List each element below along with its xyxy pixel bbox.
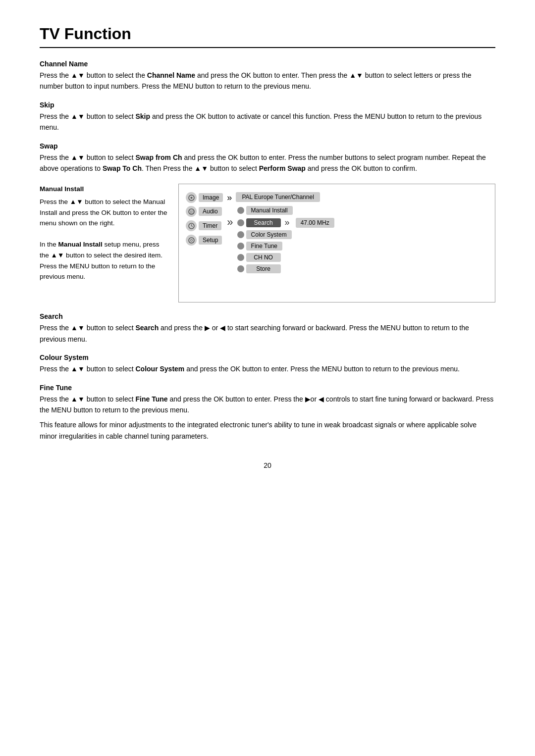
radio-ch-no (237, 254, 244, 261)
manual-install-section: Manual Install Press the ▲▼ button to se… (40, 184, 495, 302)
skip-title: Skip (40, 101, 495, 109)
menu-diagram: Image » PAL Europe Tuner/Channel )))) Au… (178, 184, 495, 302)
colour-system-title: Colour System (40, 353, 495, 361)
color-system-sublabel: Color System (246, 230, 292, 239)
radio-fine-tune (237, 243, 244, 250)
fine-tune-body2: This feature allows for minor adjustment… (40, 419, 495, 442)
search-body: Press the ▲▼ button to select Search and… (40, 322, 495, 345)
timer-icon (186, 220, 197, 231)
section-skip: Skip Press the ▲▼ button to select Skip … (40, 101, 495, 133)
page-title: TV Function (40, 25, 495, 48)
fine-tune-sublabel: Fine Tune (246, 242, 282, 251)
skip-body: Press the ▲▼ button to select Skip and p… (40, 111, 495, 133)
search-item: Search » 47.00 MHz (237, 217, 334, 228)
pal-europe-label: PAL Europe Tuner/Channel (236, 192, 320, 202)
manual-install-body2: In the Manual Install setup menu, press … (40, 239, 168, 282)
setup-label: Setup (199, 236, 222, 245)
search-sublabel: Search (246, 218, 281, 227)
svg-point-1 (190, 197, 192, 199)
audio-label: Audio (199, 207, 222, 216)
svg-point-8 (190, 239, 192, 241)
manual-install-item: Manual Install (237, 206, 334, 215)
ch-no-item: CH NO (237, 253, 334, 262)
setup-icon (186, 235, 197, 246)
manual-install-title: Manual Install (40, 184, 168, 195)
arrow1: » (227, 193, 232, 203)
audio-item: )))) Audio (186, 206, 222, 217)
channel-name-title: Channel Name (40, 60, 495, 68)
svg-text:)))): )))) (190, 210, 194, 214)
image-label: Image (199, 193, 223, 202)
swap-title: Swap (40, 142, 495, 150)
radio-manual-install (237, 207, 244, 214)
double-arrow-2: » (227, 216, 233, 229)
colour-system-body: Press the ▲▼ button to select Colour Sys… (40, 363, 495, 374)
svg-point-7 (189, 238, 194, 243)
radio-color-system (237, 231, 244, 238)
setup-item: Setup (186, 235, 222, 246)
manual-install-body1: Press the ▲▼ button to select the Manual… (40, 197, 168, 229)
radio-store (237, 265, 244, 272)
timer-label: Timer (199, 221, 221, 230)
section-fine-tune: Fine Tune Press the ▲▼ button to select … (40, 384, 495, 442)
freq-label: 47.00 MHz (296, 218, 334, 228)
manual-install-text: Manual Install Press the ▲▼ button to se… (40, 184, 168, 302)
svg-line-6 (191, 226, 193, 226)
search-title: Search (40, 312, 495, 320)
image-icon (186, 192, 197, 203)
fine-tune-item: Fine Tune (237, 242, 334, 251)
radio-search (237, 219, 244, 226)
audio-icon: )))) (186, 206, 197, 217)
section-colour-system: Colour System Press the ▲▼ button to sel… (40, 353, 495, 374)
store-item: Store (237, 264, 334, 273)
ch-no-sublabel: CH NO (246, 253, 281, 262)
channel-name-body: Press the ▲▼ button to select the Channe… (40, 70, 495, 92)
store-sublabel: Store (246, 264, 281, 273)
section-swap: Swap Press the ▲▼ button to select Swap … (40, 142, 495, 174)
color-system-item: Color System (237, 230, 334, 239)
sub-menu-col: Manual Install Search » 47.00 MHz Color … (237, 206, 334, 273)
fine-tune-title: Fine Tune (40, 384, 495, 392)
page-number: 20 (40, 461, 495, 469)
fine-tune-body1: Press the ▲▼ button to select Fine Tune … (40, 394, 495, 416)
timer-item: Timer (186, 220, 222, 231)
arrow-search: » (285, 217, 290, 228)
manual-install-sublabel: Manual Install (246, 206, 293, 215)
swap-body: Press the ▲▼ button to select Swap from … (40, 152, 495, 174)
section-channel-name: Channel Name Press the ▲▼ button to sele… (40, 60, 495, 92)
section-search: Search Press the ▲▼ button to select Sea… (40, 312, 495, 345)
